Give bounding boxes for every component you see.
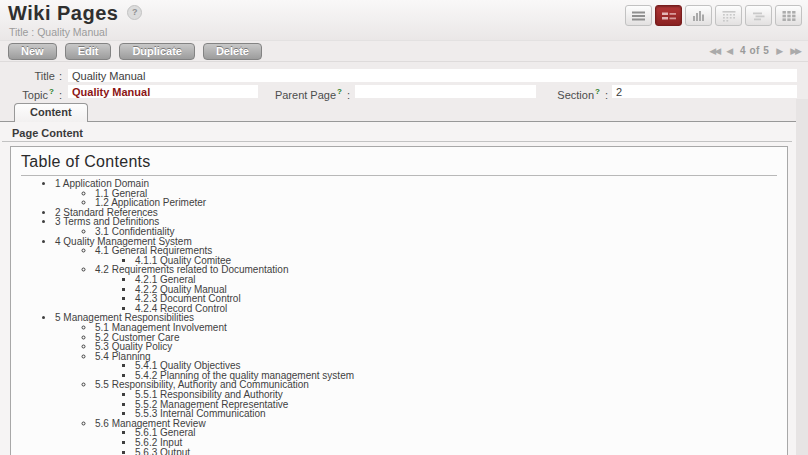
calendar-view-button[interactable] [715, 5, 742, 26]
page-title: Wiki Pages? [8, 2, 142, 25]
toc-item: 3 Terms and Definitions3.1 Confidentiali… [55, 217, 777, 236]
title-field[interactable] [68, 69, 797, 82]
page-header: Wiki Pages? Title : Quality Manual [0, 0, 808, 40]
calendar-view-icon [721, 10, 737, 22]
toc-item: 5.5.3 Internal Communication [135, 409, 777, 419]
toolbar: New Edit Duplicate Delete ◀◀ ◀ 4 of 5 ▶ … [0, 40, 808, 62]
section-field[interactable] [612, 85, 797, 98]
section-separator [2, 141, 792, 142]
action-buttons: New Edit Duplicate Delete [8, 43, 262, 60]
topic-help-icon[interactable]: ? [49, 87, 54, 96]
parent-page-field[interactable] [355, 85, 536, 98]
toc-item: 4.2.1 General [135, 275, 777, 285]
toc-item: 4 Quality Management System4.1 General R… [55, 237, 777, 314]
toc-item: 5.6.3 Output [135, 448, 777, 455]
toc-item: 4.2 Requirements related to Documentatio… [95, 265, 777, 313]
kanban-view-button[interactable] [775, 5, 802, 26]
table-of-contents: 1 Application Domain1.1 General1.2 Appli… [21, 179, 777, 455]
section-help-icon[interactable]: ? [595, 87, 600, 96]
kanban-view-icon [781, 10, 797, 22]
toc-item: 5.6.1 General [135, 428, 777, 438]
toc-item: 5.1 Management Involvement [95, 323, 777, 333]
record-pager: ◀◀ ◀ 4 of 5 ▶ ▶▶ [709, 45, 800, 56]
parent-page-help-icon[interactable]: ? [337, 87, 342, 96]
toc-item: 5.6.2 Input [135, 438, 777, 448]
toc-title: Table of Contents [21, 153, 777, 176]
form-view-button[interactable] [655, 5, 682, 26]
topic-field[interactable] [68, 85, 258, 98]
content-panel: Page Content Table of Contents 1 Applica… [0, 122, 796, 455]
previous-record-icon[interactable]: ◀ [726, 46, 733, 56]
delete-button[interactable]: Delete [203, 43, 262, 60]
record-subtitle: Title : Quality Manual [9, 26, 107, 38]
gantt-view-button[interactable] [745, 5, 772, 26]
graph-view-icon [691, 10, 707, 22]
tab-content[interactable]: Content [14, 103, 88, 122]
list-view-button[interactable] [625, 5, 652, 26]
toc-item: 4.2.4 Record Control [135, 304, 777, 314]
last-record-icon[interactable]: ▶▶ [790, 46, 800, 56]
first-record-icon[interactable]: ◀◀ [709, 46, 719, 56]
parent-page-field-label: Parent Page?: [258, 87, 350, 101]
toc-item: 4.1 General Requirements4.1.1 Quality Co… [95, 246, 777, 265]
new-button[interactable]: New [8, 43, 57, 60]
toc-item: 5.2 Customer Care [95, 333, 777, 343]
page-title-text: Wiki Pages [8, 2, 118, 24]
gantt-view-icon [751, 10, 767, 22]
toc-item: 3.1 Confidentiality [95, 227, 777, 237]
list-view-icon [631, 10, 647, 22]
form-view-icon [661, 10, 677, 22]
wiki-content-box: Table of Contents 1 Application Domain1.… [10, 146, 788, 455]
page-content-label: Page Content [12, 127, 83, 139]
view-switcher [625, 5, 802, 26]
toc-item: 5.6 Management Review5.6.1 General5.6.2 … [95, 419, 777, 455]
graph-view-button[interactable] [685, 5, 712, 26]
section-field-label: Section?: [538, 87, 608, 101]
toc-item: 5.5 Responsibility, Authority and Commun… [95, 380, 777, 418]
pager-count: 4 of 5 [740, 45, 769, 56]
title-field-label: Title: [0, 70, 62, 82]
right-gutter [796, 99, 808, 455]
toc-item: 5.4 Planning5.4.1 Quality Objectives5.4.… [95, 352, 777, 381]
toc-item: 1 Application Domain1.1 General1.2 Appli… [55, 179, 777, 208]
edit-button[interactable]: Edit [65, 43, 112, 60]
toc-item: 5.3 Quality Policy [95, 342, 777, 352]
toc-item: 5 Management Responsibilities5.1 Managem… [55, 313, 777, 455]
toc-item: 2 Standard References [55, 208, 777, 218]
toc-item: 1.2 Application Perimeter [95, 198, 777, 208]
toc-item: 4.2.3 Document Control [135, 294, 777, 304]
title-help-icon[interactable]: ? [127, 5, 142, 20]
next-record-icon[interactable]: ▶ [776, 46, 783, 56]
topic-field-label: Topic?: [0, 87, 62, 101]
duplicate-button[interactable]: Duplicate [119, 43, 195, 60]
